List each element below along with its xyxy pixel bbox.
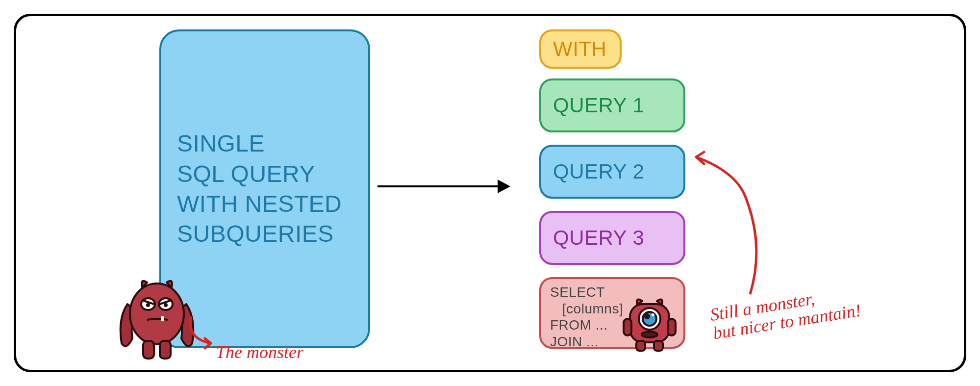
annotation-the-monster: The monster [216,343,303,362]
svg-point-7 [146,303,150,307]
select-text: SELECT [columns] FROM ... JOIN ... [550,284,623,350]
with-label: WITH [553,37,606,61]
svg-rect-9 [161,316,164,321]
query-3-label: QUERY 3 [553,226,644,250]
svg-rect-13 [624,319,631,335]
svg-rect-2 [160,341,171,359]
center-arrow-head-icon [498,180,510,193]
monster-small-icon [618,284,681,353]
single-query-text: SINGLE SQL QUERY WITH NESTED SUBQUERIES [177,129,342,249]
svg-rect-12 [654,341,663,351]
query-1-label: QUERY 1 [553,94,644,117]
center-arrow-line [377,185,500,187]
svg-point-17 [644,313,650,319]
svg-point-18 [652,313,654,316]
monster-big-icon [113,265,201,363]
diagram-canvas: SINGLE SQL QUERY WITH NESTED SUBQUERIES [0,0,980,386]
with-block: WITH [539,29,622,69]
svg-point-8 [164,303,168,307]
query-2-block: QUERY 2 [539,145,685,199]
query-3-block: QUERY 3 [539,211,685,265]
svg-rect-1 [143,341,154,359]
svg-rect-11 [636,341,645,351]
query-2-label: QUERY 2 [553,160,644,183]
svg-point-19 [642,332,657,337]
svg-rect-14 [668,319,676,335]
query-1-block: QUERY 1 [539,78,685,132]
svg-point-0 [130,283,184,344]
svg-point-16 [643,312,656,326]
